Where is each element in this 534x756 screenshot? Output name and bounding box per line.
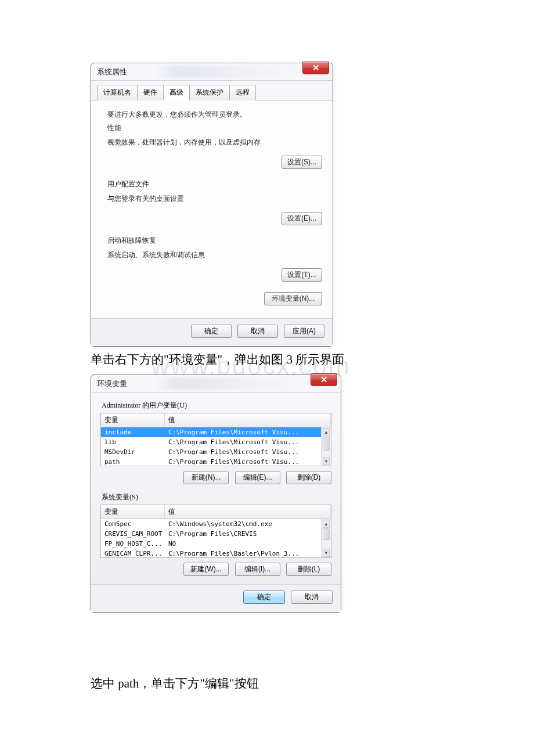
var-value: NO xyxy=(165,539,331,549)
title-blur xyxy=(155,377,306,390)
close-icon[interactable]: ✕ xyxy=(311,373,337,386)
system-properties-dialog: 系统属性 ✕ 计算机名 硬件 高级 系统保护 远程 要进行大多数更改，您必须作为… xyxy=(91,63,333,347)
var-value: C:\Program Files\CREVIS xyxy=(165,529,331,539)
var-name: GENICAM_CLPR... xyxy=(101,549,165,556)
var-value: C:\Program Files\Microsoft Visu... xyxy=(165,437,331,447)
environment-variables-dialog: 环境变量 ✕ Administrator 的用户变量(U) 变量 值 inclu… xyxy=(91,375,341,613)
startup-desc: 系统启动、系统失败和调试信息 xyxy=(107,250,322,260)
var-name: path xyxy=(101,457,165,465)
sys-edit-button[interactable]: 编辑(I)... xyxy=(235,563,280,576)
list-header: 变量 值 xyxy=(101,505,331,519)
col-val: 值 xyxy=(165,505,331,519)
titlebar: 系统属性 ✕ xyxy=(91,63,333,81)
ok-button[interactable]: 确定 xyxy=(243,591,285,604)
scrollbar[interactable]: ▲ ▼ xyxy=(321,519,331,557)
tab-remote[interactable]: 远程 xyxy=(229,85,256,100)
var-name: MSDevDir xyxy=(101,447,165,457)
list-item[interactable]: ComSpec C:\Windows\system32\cmd.exe xyxy=(101,519,331,529)
user-new-button[interactable]: 新建(N)... xyxy=(183,471,229,484)
scroll-up-icon[interactable]: ▲ xyxy=(323,520,330,528)
profile-settings-button[interactable]: 设置(E)... xyxy=(282,212,322,225)
user-vars-label: Administrator 的用户变量(U) xyxy=(102,401,341,411)
tab-strip: 计算机名 硬件 高级 系统保护 远程 xyxy=(91,81,333,100)
var-name: include xyxy=(101,427,165,437)
profile-heading: 用户配置文件 xyxy=(107,179,322,189)
var-name: CREVIS_CAM_ROOT xyxy=(101,529,165,539)
scroll-up-icon[interactable]: ▲ xyxy=(323,428,330,436)
list-item[interactable]: MSDevDir C:\Program Files\Microsoft Visu… xyxy=(101,447,331,457)
list-item[interactable]: FP_NO_HOST_C... NO xyxy=(101,539,331,549)
scroll-down-icon[interactable]: ▼ xyxy=(323,549,330,557)
list-item[interactable]: GENICAM_CLPR... C:\Program Files\Basler\… xyxy=(101,549,331,557)
scrollbar[interactable]: ▲ ▼ xyxy=(321,427,331,466)
var-name: FP_NO_HOST_C... xyxy=(101,539,165,549)
perf-settings-button[interactable]: 设置(S)... xyxy=(282,156,322,169)
var-value: C:\Program Files\Microsoft Visu... xyxy=(165,427,331,437)
close-icon[interactable]: ✕ xyxy=(302,62,329,74)
col-var: 变量 xyxy=(101,413,165,427)
caption-2: 选中 path，单击下方"编辑"按钮 xyxy=(91,675,259,693)
tab-advanced[interactable]: 高级 xyxy=(163,85,190,100)
user-vars-buttons: 新建(N)... 编辑(E)... 删除(D) xyxy=(100,471,331,484)
list-item[interactable]: lib C:\Program Files\Microsoft Visu... xyxy=(101,437,331,447)
scroll-down-icon[interactable]: ▼ xyxy=(323,457,330,465)
dialog-title: 环境变量 xyxy=(97,379,127,389)
dialog-footer: 确定 取消 xyxy=(91,584,341,612)
sys-vars-buttons: 新建(W)... 编辑(I)... 删除(L) xyxy=(100,563,331,576)
list-item[interactable]: CREVIS_CAM_ROOT C:\Program Files\CREVIS xyxy=(101,529,331,539)
cancel-button[interactable]: 取消 xyxy=(291,591,333,604)
var-value: C:\Program Files\Basler\Pylon 3... xyxy=(165,549,331,556)
sys-new-button[interactable]: 新建(W)... xyxy=(183,563,229,576)
user-delete-button[interactable]: 删除(D) xyxy=(286,471,331,484)
startup-settings-button[interactable]: 设置(T)... xyxy=(282,268,322,282)
scroll-thumb[interactable] xyxy=(323,528,330,540)
perf-heading: 性能 xyxy=(107,123,322,133)
list-item[interactable]: path C:\Program Files\Microsoft Visu... xyxy=(101,457,331,465)
startup-heading: 启动和故障恢复 xyxy=(107,236,322,246)
var-name: lib xyxy=(101,437,165,447)
title-blur xyxy=(155,66,298,78)
sys-vars-label: 系统变量(S) xyxy=(102,492,341,502)
scroll-thumb[interactable] xyxy=(323,437,330,451)
environment-variables-button[interactable]: 环境变量(N)... xyxy=(264,292,322,305)
user-vars-list[interactable]: 变量 值 include C:\Program Files\Microsoft … xyxy=(100,413,331,466)
dialog-footer: 确定 取消 应用(A) xyxy=(91,318,333,346)
sys-vars-list[interactable]: 变量 值 ComSpec C:\Windows\system32\cmd.exe… xyxy=(100,505,331,558)
var-value: C:\Program Files\Microsoft Visu... xyxy=(165,457,331,465)
profile-desc: 与您登录有关的桌面设置 xyxy=(107,194,322,204)
sys-delete-button[interactable]: 删除(L) xyxy=(286,563,331,576)
list-header: 变量 值 xyxy=(101,413,331,427)
var-name: ComSpec xyxy=(101,519,165,529)
col-val: 值 xyxy=(165,413,331,427)
list-item[interactable]: include C:\Program Files\Microsoft Visu.… xyxy=(101,427,331,437)
var-value: C:\Program Files\Microsoft Visu... xyxy=(165,447,331,457)
apply-button[interactable]: 应用(A) xyxy=(284,325,324,338)
var-value: C:\Windows\system32\cmd.exe xyxy=(165,519,331,529)
ok-button[interactable]: 确定 xyxy=(191,325,232,338)
admin-note: 要进行大多数更改，您必须作为管理员登录。 xyxy=(107,110,322,120)
caption-1: 单击右下方的"环境变量"，弹出如图 3 所示界面 xyxy=(91,351,392,369)
tab-system-protection[interactable]: 系统保护 xyxy=(189,85,230,100)
tab-hardware[interactable]: 硬件 xyxy=(137,85,164,100)
col-var: 变量 xyxy=(101,505,165,519)
tab-computer-name[interactable]: 计算机名 xyxy=(97,85,138,100)
perf-desc: 视觉效果，处理器计划，内存使用，以及虚拟内存 xyxy=(107,138,322,147)
titlebar: 环境变量 ✕ xyxy=(91,375,341,393)
cancel-button[interactable]: 取消 xyxy=(237,325,278,338)
tab-panel-advanced: 要进行大多数更改，您必须作为管理员登录。 性能 视觉效果，处理器计划，内存使用，… xyxy=(91,100,333,318)
user-edit-button[interactable]: 编辑(E)... xyxy=(235,471,280,484)
dialog-title: 系统属性 xyxy=(97,67,127,77)
